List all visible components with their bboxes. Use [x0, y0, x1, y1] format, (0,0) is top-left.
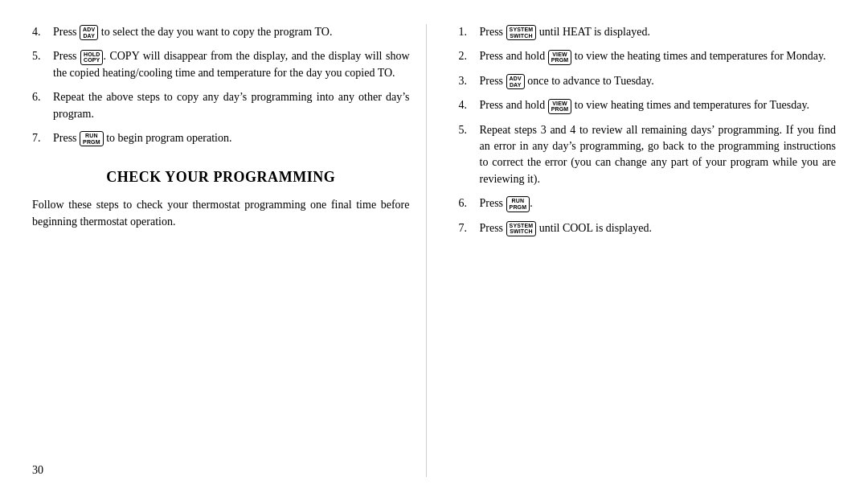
- right-item-5: 5. Repeat steps 3 and 4 to review all re…: [459, 122, 837, 187]
- page-number: 30: [32, 456, 410, 477]
- item-content-5: Press HOLDCOPY. COPY will disappear from…: [53, 48, 410, 81]
- right-item-3: 3. Press ADVDAY once to advance to Tuesd…: [459, 73, 837, 89]
- item-number-4: 4.: [32, 24, 47, 40]
- right-item-1: 1. Press SYSTEMSWITCH until HEAT is disp…: [459, 24, 837, 40]
- right-item-number-3: 3.: [459, 73, 473, 89]
- section-text: Follow these steps to check your thermos…: [32, 197, 410, 230]
- view-prgm-button-1[interactable]: VIEWPRGM: [548, 50, 572, 65]
- adv-day-button-right[interactable]: ADVDAY: [506, 74, 525, 89]
- left-instruction-list: 4. Press ADVDAY to select the day you wa…: [32, 24, 410, 154]
- run-prgm-button-right[interactable]: RUNPRGM: [506, 196, 530, 211]
- item-number-6: 6.: [32, 89, 47, 122]
- system-switch-button-1[interactable]: SYSTEMSWITCH: [506, 25, 537, 40]
- right-item-number-7: 7.: [459, 220, 473, 236]
- left-item-6: 6. Repeat the above steps to copy any da…: [32, 89, 410, 122]
- run-prgm-button-left[interactable]: RUNPRGM: [80, 131, 104, 146]
- right-column: 1. Press SYSTEMSWITCH until HEAT is disp…: [451, 24, 837, 477]
- page: 4. Press ADVDAY to select the day you wa…: [0, 0, 868, 501]
- hold-copy-button[interactable]: HOLDCOPY: [80, 50, 103, 65]
- view-prgm-button-2[interactable]: VIEWPRGM: [548, 99, 572, 114]
- right-item-2: 2. Press and hold VIEWPRGM to view the h…: [459, 48, 837, 64]
- right-item-number-5: 5.: [459, 122, 473, 187]
- left-item-4: 4. Press ADVDAY to select the day you wa…: [32, 24, 410, 40]
- right-item-content-2: Press and hold VIEWPRGM to view the heat…: [480, 48, 837, 64]
- right-item-number-4: 4.: [459, 97, 473, 113]
- system-switch-button-2[interactable]: SYSTEMSWITCH: [506, 221, 537, 236]
- right-item-content-3: Press ADVDAY once to advance to Tuesday.: [480, 73, 837, 89]
- item-content-6: Repeat the above steps to copy any day’s…: [53, 89, 410, 122]
- right-item-7: 7. Press SYSTEMSWITCH until COOL is disp…: [459, 220, 837, 236]
- right-item-content-4: Press and hold VIEWPRGM to view heating …: [480, 97, 837, 113]
- right-item-content-5: Repeat steps 3 and 4 to review all remai…: [480, 122, 837, 187]
- right-item-number-1: 1.: [459, 24, 473, 40]
- item-content-4: Press ADVDAY to select the day you want …: [53, 24, 410, 40]
- section-heading: CHECK YOUR PROGRAMMING: [32, 169, 410, 186]
- right-item-4: 4. Press and hold VIEWPRGM to view heati…: [459, 97, 837, 113]
- item-content-7: Press RUNPRGM to begin program operation…: [53, 130, 410, 146]
- right-item-number-6: 6.: [459, 195, 473, 211]
- right-item-6: 6. Press RUNPRGM.: [459, 195, 837, 211]
- right-instruction-list: 1. Press SYSTEMSWITCH until HEAT is disp…: [459, 24, 837, 244]
- item-number-7: 7.: [32, 130, 47, 146]
- right-item-content-1: Press SYSTEMSWITCH until HEAT is display…: [480, 24, 837, 40]
- adv-day-button-left[interactable]: ADVDAY: [80, 25, 98, 40]
- right-item-content-7: Press SYSTEMSWITCH until COOL is display…: [480, 220, 837, 236]
- left-column: 4. Press ADVDAY to select the day you wa…: [32, 24, 427, 477]
- right-item-content-6: Press RUNPRGM.: [480, 195, 837, 211]
- right-item-number-2: 2.: [459, 48, 473, 64]
- item-number-5: 5.: [32, 48, 47, 81]
- left-item-7: 7. Press RUNPRGM to begin program operat…: [32, 130, 410, 146]
- left-item-5: 5. Press HOLDCOPY. COPY will disappear f…: [32, 48, 410, 81]
